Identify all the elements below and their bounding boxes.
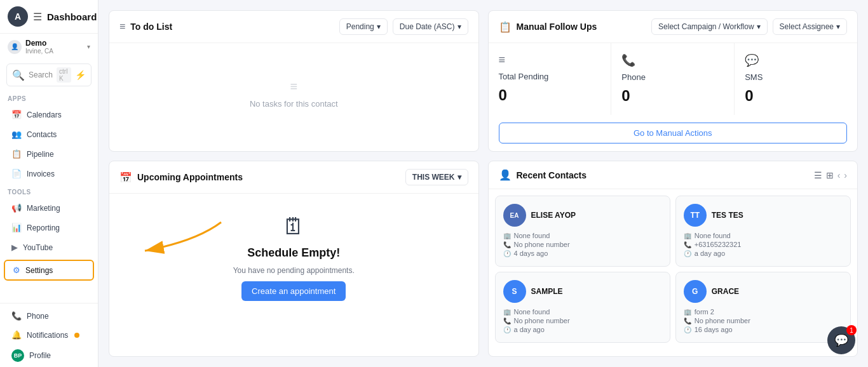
calendar-icon: 📅	[11, 110, 22, 119]
metric-sms: 💬 SMS 0	[735, 43, 857, 115]
metric-label: Phone	[621, 72, 724, 82]
sidebar-item-label: Invoices	[27, 170, 55, 178]
phone-metric-icon: 📞	[621, 53, 724, 67]
tools-section-label: Tools	[0, 184, 98, 198]
calendar-header-icon: 📅	[119, 171, 132, 184]
chevron-icon: ▾	[458, 173, 461, 182]
search-label: Search	[29, 70, 53, 79]
contact-source: 🏢 None found	[503, 232, 662, 239]
list-icon: ≡	[499, 53, 601, 67]
sidebar-item-contacts[interactable]: 👥 Contacts	[4, 125, 94, 143]
contact-source: 🏢 form 2	[684, 308, 843, 316]
source-icon: 🏢	[503, 309, 511, 316]
phone-detail-icon: 📞	[503, 241, 511, 248]
sidebar-item-settings[interactable]: ⚙ Settings	[4, 260, 94, 281]
sidebar-item-phone[interactable]: 📞 Phone	[4, 307, 94, 325]
contact-time: 🕐 4 days ago	[503, 250, 662, 257]
contact-time: 🕐 16 days ago	[684, 326, 843, 333]
source-icon: 🏢	[684, 232, 691, 239]
prev-arrow-icon[interactable]: ‹	[837, 170, 841, 180]
list-view-icon[interactable]: ☰	[814, 170, 822, 180]
phone-detail-icon: 📞	[684, 241, 691, 248]
user-location: Irvine, CA	[25, 48, 53, 55]
sidebar-item-label: Marketing	[27, 204, 60, 213]
reporting-icon: 📊	[11, 223, 22, 232]
contacts-icon: 👥	[11, 130, 22, 139]
clock-icon: 🕐	[503, 250, 511, 257]
search-bar[interactable]: 🔍 Search ctrl K ⚡	[6, 63, 92, 86]
todo-header: ≡ To do List Pending ▾ Due Date (ASC) ▾	[109, 11, 478, 43]
sidebar-item-marketing[interactable]: 📢 Marketing	[4, 199, 94, 217]
contacts-title: Recent Contacts	[517, 170, 587, 180]
chevron-down-icon: ▾	[87, 43, 90, 50]
appointments-card: 📅 Upcoming Appointments THIS WEEK ▾ 🗓 Sc…	[109, 161, 479, 357]
contact-time: 🕐 a day ago	[503, 326, 662, 333]
phone-detail-icon: 📞	[684, 317, 691, 324]
profile-avatar: BP	[11, 349, 24, 362]
chat-badge: 1	[846, 325, 857, 335]
notifications-icon: 🔔	[11, 330, 22, 340]
followup-filters: Select Campaign / Workflow ▾ Select Assi…	[651, 18, 847, 35]
bottom-cards-row: 📅 Upcoming Appointments THIS WEEK ▾ 🗓 Sc…	[109, 161, 858, 357]
sidebar-item-label: YouTube	[23, 243, 53, 252]
sort-filter-btn[interactable]: Due Date (ASC) ▾	[393, 18, 468, 35]
sidebar-item-label: Pipeline	[27, 150, 54, 159]
sidebar-header: A ☰ Dashboard	[0, 0, 98, 34]
chat-bubble[interactable]: 💬 1	[827, 326, 855, 354]
campaign-filter-btn[interactable]: Select Campaign / Workflow ▾	[651, 18, 768, 35]
next-arrow-icon[interactable]: ›	[844, 170, 847, 180]
sidebar-item-invoices[interactable]: 📄 Invoices	[4, 164, 94, 183]
user-name: Demo	[25, 39, 53, 48]
sidebar-item-label: Calendars	[27, 110, 62, 119]
contact-name: GRACE	[712, 287, 739, 296]
sidebar-item-calendars[interactable]: 📅 Calendars	[4, 105, 94, 124]
assignee-filter-btn[interactable]: Select Assignee ▾	[773, 18, 847, 35]
contacts-header: 👤 Recent Contacts ☰ ⊞ ‹ ›	[489, 161, 858, 189]
todo-card: ≡ To do List Pending ▾ Due Date (ASC) ▾ …	[109, 10, 479, 152]
sms-icon: 💬	[745, 53, 847, 67]
appointments-body: 🗓 Schedule Empty! You have no pending ap…	[109, 194, 478, 321]
youtube-icon: ▶	[11, 243, 18, 252]
notification-dot	[74, 333, 79, 338]
bolt-icon: ⚡	[75, 70, 86, 80]
avatar: A	[8, 6, 28, 27]
sidebar-bottom: 📞 Phone 🔔 Notifications BP Profile	[0, 303, 98, 367]
search-icon: 🔍	[12, 69, 25, 81]
grid-view-icon[interactable]: ⊞	[826, 170, 834, 180]
todo-icon: ≡	[119, 21, 125, 32]
contact-card-grace[interactable]: G GRACE 🏢 form 2 📞 No phone number 🕐 16 …	[675, 272, 851, 343]
sidebar-item-label: Phone	[27, 312, 49, 321]
sidebar-item-pipeline[interactable]: 📋 Pipeline	[4, 145, 94, 163]
sidebar-item-label: Settings	[25, 266, 53, 275]
sidebar-item-youtube[interactable]: ▶ YouTube	[4, 238, 94, 257]
clock-icon: 🕐	[503, 326, 511, 333]
followup-card: 📋 Manual Follow Ups Select Campaign / Wo…	[488, 10, 858, 152]
status-filter-btn[interactable]: Pending ▾	[339, 18, 388, 35]
sidebar-item-label: Contacts	[27, 130, 57, 139]
metric-phone: 📞 Phone 0	[611, 43, 735, 115]
search-shortcut: ctrl K	[57, 67, 71, 83]
followup-title: Manual Follow Ups	[517, 22, 597, 32]
contact-card-testtes[interactable]: TT TES TES 🏢 None found 📞 +63165232321 🕐…	[675, 196, 851, 267]
contact-avatar: TT	[684, 204, 707, 227]
contact-avatar: S	[503, 280, 526, 303]
sidebar-item-profile[interactable]: BP Profile	[4, 345, 94, 366]
sidebar-item-label: Profile	[29, 351, 51, 360]
sidebar-item-notifications[interactable]: 🔔 Notifications	[4, 326, 94, 344]
contact-card-elise[interactable]: EA ELISE AYOP 🏢 None found 📞 No phone nu…	[495, 196, 670, 267]
metrics-row: ≡ Total Pending 0 📞 Phone 0 💬 SMS 0	[489, 43, 858, 115]
contacts-controls: ☰ ⊞ ‹ ›	[814, 170, 847, 180]
sidebar-item-reporting[interactable]: 📊 Reporting	[4, 218, 94, 237]
week-filter-btn[interactable]: THIS WEEK ▾	[405, 169, 468, 185]
page-title: Dashboard	[47, 11, 97, 22]
user-info[interactable]: 👤 Demo Irvine, CA ▾	[0, 34, 98, 60]
contact-source: 🏢 None found	[684, 232, 843, 239]
contact-card-sample[interactable]: S SAMPLE 🏢 None found 📞 No phone number …	[495, 272, 670, 343]
goto-manual-actions-btn[interactable]: Go to Manual Actions	[499, 123, 848, 143]
todo-body: ≡ No tasks for this contact	[109, 43, 478, 145]
hamburger-icon[interactable]: ☰	[33, 11, 42, 23]
contacts-header-icon: 👤	[499, 169, 512, 181]
tasks-empty-icon: ≡	[290, 79, 297, 94]
phone-icon: 📞	[11, 311, 22, 321]
create-appointment-button[interactable]: Create an appointment	[241, 281, 346, 301]
